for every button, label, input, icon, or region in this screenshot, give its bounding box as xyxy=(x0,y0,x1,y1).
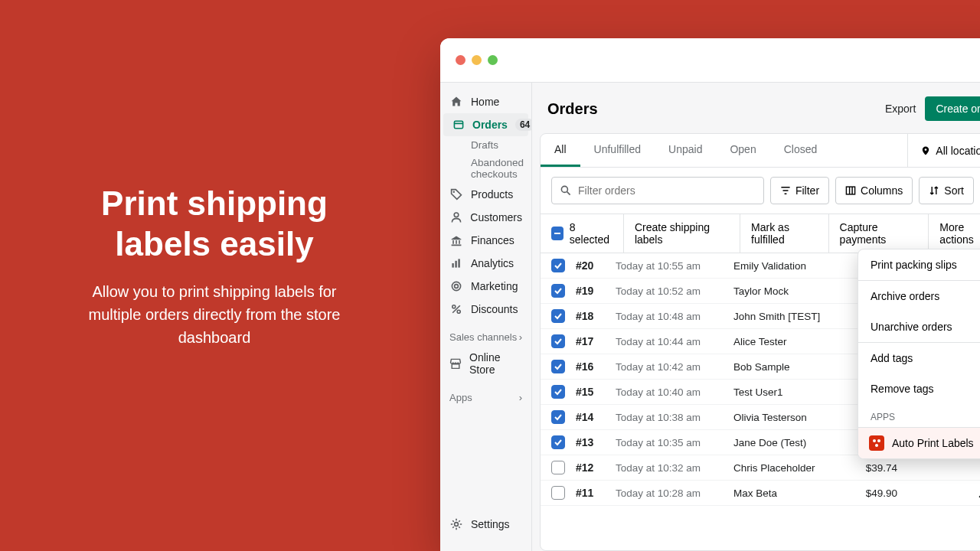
tab-unfulfilled[interactable]: Unfulfilled xyxy=(580,134,655,167)
sidebar-item-orders[interactable]: Orders 64 xyxy=(443,113,528,136)
dd-archive-orders[interactable]: Archive orders xyxy=(858,281,980,311)
order-customer: Max Beta xyxy=(733,487,841,499)
order-number: #15 xyxy=(576,386,605,398)
app-window: Home Orders 64 Drafts Abandoned checkout… xyxy=(440,38,980,551)
sidebar-item-label: Finances xyxy=(471,234,514,246)
location-filter-label: All locations xyxy=(936,145,980,157)
bulk-selected[interactable]: 8 selected xyxy=(541,214,624,253)
sidebar-section-label: Sales channels xyxy=(449,331,517,343)
button-label: Sort xyxy=(944,184,964,197)
tab-all[interactable]: All xyxy=(541,134,580,167)
search-input-wrapper[interactable] xyxy=(551,177,764,204)
tab-open[interactable]: Open xyxy=(716,134,769,167)
row-checkbox[interactable] xyxy=(551,435,565,449)
bulk-mark-fulfilled[interactable]: Mark as fulfilled xyxy=(740,214,829,253)
create-order-button[interactable]: Create order xyxy=(925,96,980,121)
order-date: Today at 10:44 am xyxy=(616,336,723,347)
svg-rect-3 xyxy=(452,263,453,268)
svg-point-2 xyxy=(454,213,459,217)
order-date: Today at 10:42 am xyxy=(616,361,723,373)
tab-closed[interactable]: Closed xyxy=(770,134,831,167)
row-checkbox[interactable] xyxy=(551,259,565,272)
page-title: Orders xyxy=(547,100,598,118)
maximize-icon[interactable] xyxy=(488,55,498,65)
search-input[interactable] xyxy=(578,184,756,197)
dd-print-packing-slips[interactable]: Print packing slips xyxy=(858,249,980,280)
sidebar-item-online-store[interactable]: Online Store xyxy=(440,346,531,381)
bulk-more-actions[interactable]: More actions ▾ xyxy=(929,214,980,253)
sidebar-item-products[interactable]: Products xyxy=(440,183,531,206)
row-checkbox[interactable] xyxy=(551,385,565,399)
sidebar-item-label: Home xyxy=(471,96,499,108)
filter-button[interactable]: Filter xyxy=(770,177,829,204)
row-checkbox[interactable] xyxy=(551,334,565,348)
columns-button[interactable]: Columns xyxy=(835,177,913,204)
svg-point-18 xyxy=(873,439,876,442)
order-date: Today at 10:48 am xyxy=(616,311,723,322)
dd-auto-print-labels[interactable]: Auto Print Labels xyxy=(858,428,980,458)
search-icon xyxy=(560,184,572,197)
svg-point-1 xyxy=(453,191,455,193)
order-number: #11 xyxy=(576,487,605,499)
hero-subtitle: Allow you to print shipping labels for m… xyxy=(69,280,360,349)
sidebar-item-settings[interactable]: Settings xyxy=(440,513,532,536)
sidebar-item-customers[interactable]: Customers xyxy=(440,206,531,229)
filter-icon xyxy=(780,185,791,196)
row-checkbox[interactable] xyxy=(551,461,565,474)
bulk-capture-payments[interactable]: Capture payments xyxy=(829,214,929,253)
close-icon[interactable] xyxy=(456,55,466,65)
location-filter[interactable]: All locations ▾ xyxy=(907,134,980,167)
export-button[interactable]: Export xyxy=(885,103,916,115)
svg-point-20 xyxy=(875,444,878,447)
sidebar-section-sales[interactable]: Sales channels › xyxy=(440,321,531,346)
row-checkbox[interactable] xyxy=(551,360,565,373)
location-pin-icon xyxy=(920,145,931,156)
order-customer: Jane Doe (Test) xyxy=(733,437,841,448)
sidebar-section-apps[interactable]: Apps › xyxy=(440,381,531,406)
sidebar-item-label: Discounts xyxy=(471,303,518,315)
svg-point-8 xyxy=(452,305,456,308)
sidebar-item-label: Analytics xyxy=(471,257,514,269)
order-date: Today at 10:32 am xyxy=(616,462,723,474)
svg-rect-4 xyxy=(455,261,456,268)
sidebar-item-marketing[interactable]: Marketing xyxy=(440,275,531,298)
button-label: Columns xyxy=(861,184,903,197)
dd-unarchive-orders[interactable]: Unarchive orders xyxy=(858,311,980,342)
order-customer: Olivia Testerson xyxy=(733,412,841,423)
row-checkbox[interactable] xyxy=(551,309,565,323)
home-icon xyxy=(449,96,463,108)
button-label: More actions xyxy=(939,221,980,246)
row-checkbox[interactable] xyxy=(551,284,565,298)
order-number: #12 xyxy=(576,461,605,474)
sidebar-item-discounts[interactable]: Discounts xyxy=(440,298,531,321)
sidebar-item-drafts[interactable]: Drafts xyxy=(440,136,531,154)
sort-button[interactable]: Sort xyxy=(919,177,974,204)
order-customer: Test User1 xyxy=(733,386,841,398)
svg-point-6 xyxy=(452,282,460,290)
order-customer: Bob Sample xyxy=(733,361,841,373)
dd-apps-label: APPS xyxy=(858,404,980,427)
dd-add-tags[interactable]: Add tags xyxy=(858,343,980,373)
minimize-icon[interactable] xyxy=(472,55,482,65)
row-checkbox[interactable] xyxy=(551,486,565,500)
sidebar-item-finances[interactable]: Finances xyxy=(440,229,531,252)
row-checkbox[interactable] xyxy=(551,410,565,424)
order-customer: Alice Tester xyxy=(733,336,841,347)
sidebar-item-home[interactable]: Home xyxy=(440,90,531,113)
svg-point-12 xyxy=(561,186,567,192)
target-icon xyxy=(449,280,463,292)
tab-unpaid[interactable]: Unpaid xyxy=(655,134,716,167)
chart-icon xyxy=(449,257,463,269)
order-customer: Emily Validation xyxy=(733,260,841,272)
sidebar-item-label: Orders xyxy=(472,119,508,131)
order-date: Today at 10:38 am xyxy=(616,412,723,423)
order-number: #20 xyxy=(576,259,605,272)
sidebar-item-analytics[interactable]: Analytics xyxy=(440,252,531,275)
order-number: #13 xyxy=(576,436,605,448)
sidebar-item-abandoned[interactable]: Abandoned checkouts xyxy=(440,154,531,183)
dd-remove-tags[interactable]: Remove tags xyxy=(858,373,980,404)
bulk-create-labels[interactable]: Create shipping labels xyxy=(624,214,740,253)
sidebar-item-label: Settings xyxy=(471,518,510,530)
table-row[interactable]: #11Today at 10:28 amMax Beta$49.90 xyxy=(541,481,980,506)
order-date: Today at 10:55 am xyxy=(616,260,723,272)
